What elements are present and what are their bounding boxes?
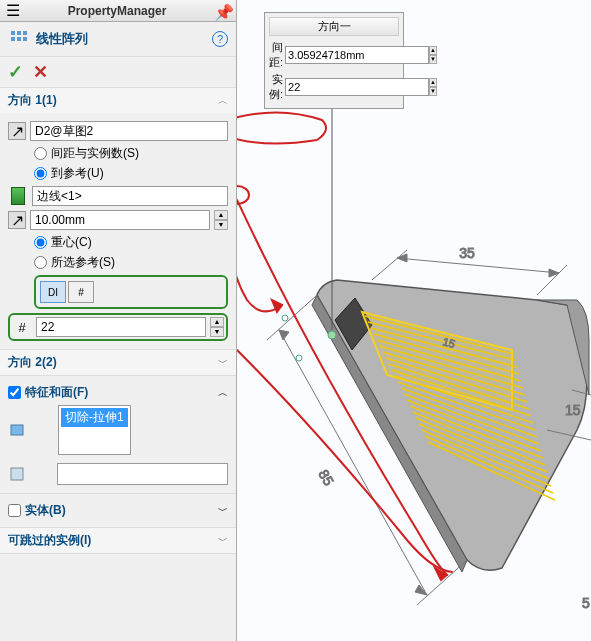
dimension-15: 15 bbox=[565, 402, 581, 418]
skip-instances-title: 可跳过的实例(I) bbox=[8, 532, 218, 549]
pattern-di-button[interactable]: DI bbox=[40, 281, 66, 303]
svg-line-27 bbox=[422, 430, 551, 486]
svg-point-45 bbox=[296, 355, 302, 361]
reverse-direction-icon[interactable]: ↗ bbox=[8, 122, 26, 140]
svg-rect-0 bbox=[11, 31, 15, 35]
svg-line-14 bbox=[383, 352, 525, 395]
features-list[interactable]: 切除-拉伸1 bbox=[58, 405, 131, 455]
solids-label: 实体(B) bbox=[25, 502, 66, 519]
radio-spacing-label: 间距与实例数(S) bbox=[51, 145, 139, 162]
features-faces-checkbox[interactable]: 特征和面(F) ︿ bbox=[8, 384, 228, 401]
selected-ref-radio[interactable]: 所选参考(S) bbox=[34, 254, 228, 271]
svg-line-20 bbox=[401, 388, 537, 437]
svg-line-36 bbox=[417, 560, 467, 605]
svg-line-32 bbox=[397, 258, 559, 273]
radio-selected-label: 所选参考(S) bbox=[51, 254, 115, 271]
instances-input[interactable] bbox=[36, 317, 206, 337]
svg-line-13 bbox=[380, 346, 523, 388]
chevron-down-icon: ﹀ bbox=[218, 534, 228, 548]
feature-selection-icon bbox=[8, 420, 28, 440]
pattern-count-button[interactable]: # bbox=[68, 281, 94, 303]
svg-point-47 bbox=[237, 186, 249, 204]
offset-input[interactable] bbox=[30, 210, 210, 230]
skip-instances-section: 可跳过的实例(I) ﹀ bbox=[0, 528, 236, 554]
skip-instances-header[interactable]: 可跳过的实例(I) ﹀ bbox=[0, 528, 236, 553]
dimension-85: 85 bbox=[316, 467, 338, 489]
instances-spinner[interactable]: ▲▼ bbox=[210, 317, 224, 337]
svg-line-22 bbox=[407, 400, 541, 451]
svg-line-40 bbox=[572, 390, 591, 395]
features-faces-section: 特征和面(F) ︿ 切除-拉伸1 bbox=[0, 376, 236, 494]
svg-line-9 bbox=[368, 322, 515, 360]
svg-line-18 bbox=[395, 376, 533, 423]
dimension-35: 35 bbox=[459, 245, 475, 261]
chevron-down-icon: ﹀ bbox=[218, 356, 228, 370]
callout-instances-spinner[interactable]: ▲▼ bbox=[429, 78, 437, 96]
svg-rect-5 bbox=[23, 37, 27, 41]
svg-line-30 bbox=[372, 250, 407, 280]
direction2-header[interactable]: 方向 2(2) ﹀ bbox=[0, 350, 236, 375]
chevron-up-icon: ︿ bbox=[218, 386, 228, 400]
svg-rect-1 bbox=[17, 31, 21, 35]
svg-line-31 bbox=[537, 265, 567, 295]
solids-section: 实体(B) ﹀ bbox=[0, 494, 236, 528]
spacing-instances-radio[interactable]: 间距与实例数(S) bbox=[34, 145, 228, 162]
svg-line-12 bbox=[377, 340, 521, 381]
offset-reverse-icon[interactable]: ↗ bbox=[8, 211, 26, 229]
instances-icon: # bbox=[12, 317, 32, 337]
svg-rect-4 bbox=[17, 37, 21, 41]
svg-rect-7 bbox=[11, 468, 23, 480]
callout-instances-input[interactable] bbox=[285, 78, 429, 96]
svg-line-15 bbox=[386, 358, 527, 402]
svg-marker-38 bbox=[279, 330, 289, 340]
linear-pattern-icon bbox=[8, 28, 30, 50]
svg-line-23 bbox=[410, 406, 543, 458]
direction-reference-input[interactable] bbox=[30, 121, 228, 141]
ok-button[interactable]: ✓ bbox=[8, 61, 23, 83]
solids-checkbox[interactable]: 实体(B) ﹀ bbox=[8, 502, 228, 519]
offset-spinner[interactable]: ▲▼ bbox=[214, 210, 228, 230]
svg-line-16 bbox=[389, 364, 529, 409]
svg-line-41 bbox=[547, 430, 591, 440]
svg-line-28 bbox=[425, 436, 553, 493]
upto-reference-radio[interactable]: 到参考(U) bbox=[34, 165, 228, 182]
centroid-radio[interactable]: 重心(C) bbox=[34, 234, 228, 251]
callout-spacing-input[interactable] bbox=[285, 46, 429, 64]
feature-list-item[interactable]: 切除-拉伸1 bbox=[61, 408, 128, 427]
face-selection-icon bbox=[8, 464, 27, 484]
direction-callout-panel[interactable]: 方向一 间距: ▲▼ 实例: ▲▼ bbox=[264, 12, 404, 109]
chevron-down-icon: ﹀ bbox=[218, 504, 228, 518]
svg-line-37 bbox=[279, 330, 427, 595]
pin-icon[interactable]: 📌 bbox=[214, 3, 230, 19]
svg-line-35 bbox=[267, 295, 317, 340]
radio-centroid-label: 重心(C) bbox=[51, 234, 92, 251]
direction2-section: 方向 2(2) ﹀ bbox=[0, 350, 236, 376]
menu-icon[interactable]: ☰ bbox=[6, 1, 20, 20]
action-row: ✓ ✕ bbox=[0, 57, 236, 88]
svg-line-24 bbox=[413, 412, 545, 465]
edge-reference-input[interactable] bbox=[32, 186, 228, 206]
help-icon[interactable]: ? bbox=[212, 31, 228, 47]
svg-marker-33 bbox=[397, 254, 407, 262]
feature-title: 线性阵列 bbox=[36, 30, 88, 48]
svg-marker-34 bbox=[549, 269, 559, 277]
faces-list[interactable] bbox=[57, 463, 228, 485]
direction1-header[interactable]: 方向 1(1) ︿ bbox=[0, 88, 236, 113]
svg-marker-39 bbox=[415, 585, 427, 595]
svg-line-19 bbox=[398, 382, 535, 430]
svg-line-21 bbox=[404, 394, 539, 444]
svg-line-11 bbox=[374, 334, 519, 374]
svg-marker-46 bbox=[272, 300, 282, 312]
direction2-title: 方向 2(2) bbox=[8, 354, 218, 371]
direction1-section: 方向 1(1) ︿ ↗ 间距与实例数(S) 到参考(U) bbox=[0, 88, 236, 350]
svg-line-29 bbox=[428, 442, 555, 500]
cancel-button[interactable]: ✕ bbox=[33, 61, 48, 83]
features-faces-label: 特征和面(F) bbox=[25, 384, 88, 401]
edge-icon bbox=[8, 186, 28, 206]
radio-upto-label: 到参考(U) bbox=[51, 165, 104, 182]
svg-line-26 bbox=[419, 424, 549, 479]
callout-spacing-spinner[interactable]: ▲▼ bbox=[429, 46, 437, 64]
svg-line-17 bbox=[392, 370, 531, 416]
pm-title: PropertyManager bbox=[20, 4, 214, 18]
svg-rect-3 bbox=[11, 37, 15, 41]
